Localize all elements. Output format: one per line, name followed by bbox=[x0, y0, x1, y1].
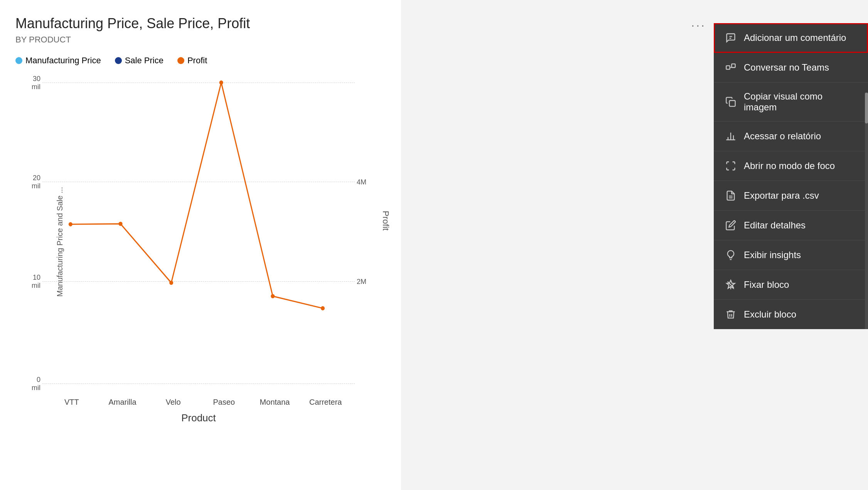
legend-sale: Sale Price bbox=[115, 56, 163, 66]
menu-icon-comment bbox=[725, 32, 737, 44]
chart-panel: Manufacturing Price, Sale Price, Profit … bbox=[0, 0, 401, 490]
x-label-carretera: Carretera bbox=[300, 398, 351, 407]
menu-icon-chart bbox=[725, 130, 737, 142]
y-tick-0: 0mil bbox=[17, 376, 40, 392]
menu-item-export-csv[interactable]: Exportar para .csv bbox=[714, 181, 868, 211]
menu-icon-teams bbox=[725, 61, 737, 74]
legend-dot-mfg bbox=[15, 57, 22, 64]
x-axis-title: Product bbox=[42, 412, 355, 424]
menu-label-pin-tile: Fixar bloco bbox=[744, 279, 789, 290]
menu-item-delete-tile[interactable]: Excluir bloco bbox=[714, 300, 868, 329]
profit-dot-amarilla bbox=[118, 222, 122, 226]
profit-dot-carretera bbox=[321, 306, 325, 311]
legend-label-mfg: Manufacturing Price bbox=[25, 56, 101, 66]
legend-label-profit: Profit bbox=[187, 56, 207, 66]
svg-rect-5 bbox=[730, 101, 735, 106]
menu-label-copy-image: Copiar visual como imagem bbox=[744, 91, 857, 113]
grid-line-bottom: 0mil bbox=[42, 384, 355, 384]
legend-mfg: Manufacturing Price bbox=[15, 56, 101, 66]
profit-dot-paseo bbox=[219, 81, 223, 85]
menu-label-add-comment: Adicionar um comentário bbox=[744, 32, 846, 43]
menu-icon-focus bbox=[725, 160, 737, 172]
y-tick-right-4m: 4M bbox=[357, 178, 382, 186]
y-axis-right-label: Profit bbox=[381, 201, 391, 240]
menu-item-pin-tile[interactable]: Fixar bloco bbox=[714, 270, 868, 300]
y-tick-10: 10mil bbox=[17, 274, 40, 290]
profit-dot-vtt bbox=[69, 222, 72, 226]
menu-label-insights: Exibir insights bbox=[744, 250, 801, 260]
legend-dot-profit bbox=[177, 57, 184, 64]
profit-polyline bbox=[71, 83, 323, 308]
menu-label-open-report: Acessar o relatório bbox=[744, 131, 821, 142]
menu-item-teams-chat[interactable]: Conversar no Teams bbox=[714, 53, 868, 83]
x-label-amarilla: Amarilla bbox=[97, 398, 148, 407]
legend-dot-sale bbox=[115, 57, 122, 64]
menu-item-insights[interactable]: Exibir insights bbox=[714, 240, 868, 270]
scrollbar-track[interactable] bbox=[865, 93, 868, 329]
menu-item-focus-mode[interactable]: Abrir no modo de foco bbox=[714, 151, 868, 181]
menu-icon-copy bbox=[725, 96, 737, 108]
legend: Manufacturing Price Sale Price Profit bbox=[15, 56, 386, 66]
scrollbar-thumb[interactable] bbox=[865, 93, 868, 123]
profit-dot-velo bbox=[169, 281, 173, 285]
menu-icon-pencil bbox=[725, 219, 737, 231]
menu-icon-trash bbox=[725, 308, 737, 321]
menu-item-add-comment[interactable]: Adicionar um comentário bbox=[714, 23, 868, 53]
menu-label-export-csv: Exportar para .csv bbox=[744, 190, 819, 201]
menu-item-copy-image[interactable]: Copiar visual como imagem bbox=[714, 83, 868, 122]
menu-icon-bulb bbox=[725, 249, 737, 261]
more-options-button[interactable]: ... bbox=[691, 15, 706, 30]
x-axis-labels: VTT Amarilla Velo Paseo Montana Carreter… bbox=[42, 398, 355, 407]
y-tick-right-2m: 2M bbox=[357, 277, 382, 286]
legend-profit: Profit bbox=[177, 56, 207, 66]
menu-label-edit-details: Editar detalhes bbox=[744, 220, 806, 231]
legend-label-sale: Sale Price bbox=[125, 56, 163, 66]
x-label-vtt: VTT bbox=[46, 398, 97, 407]
menu-icon-pin bbox=[725, 279, 737, 291]
menu-label-teams-chat: Conversar no Teams bbox=[744, 62, 829, 73]
menu-item-open-report[interactable]: Acessar o relatório bbox=[714, 122, 868, 151]
svg-rect-2 bbox=[726, 66, 730, 69]
chart-title: Manufacturing Price, Sale Price, Profit bbox=[15, 15, 386, 32]
menu-icon-export bbox=[725, 189, 737, 202]
x-label-velo: Velo bbox=[148, 398, 199, 407]
y-tick-20: 20mil bbox=[17, 174, 40, 190]
chart-inner: 30mil 20mil 4M 10mil 2M 0mil bbox=[42, 83, 355, 384]
context-menu: Adicionar um comentárioConversar no Team… bbox=[714, 23, 868, 329]
svg-rect-3 bbox=[731, 64, 735, 68]
x-label-paseo: Paseo bbox=[199, 398, 249, 407]
menu-label-focus-mode: Abrir no modo de foco bbox=[744, 161, 835, 171]
x-label-montana: Montana bbox=[249, 398, 300, 407]
menu-label-delete-tile: Excluir bloco bbox=[744, 309, 796, 320]
y-tick-30: 30mil bbox=[17, 75, 40, 91]
chart-subtitle: BY PRODUCT bbox=[15, 35, 386, 45]
profit-line-svg bbox=[42, 83, 355, 384]
profit-dot-montana bbox=[271, 294, 275, 298]
chart-area: Manufacturing Price and Sale ... Profit … bbox=[15, 75, 386, 422]
menu-item-edit-details[interactable]: Editar detalhes bbox=[714, 211, 868, 240]
